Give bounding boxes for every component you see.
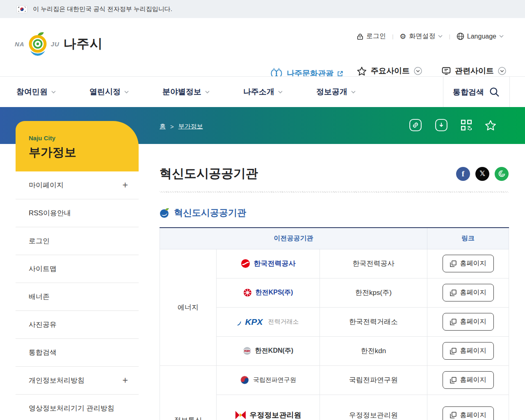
x-share-button[interactable]: 𝕏	[475, 167, 489, 181]
naju-emblem-icon	[26, 31, 49, 57]
copy-window-icon	[450, 348, 457, 354]
copy-window-icon	[450, 319, 457, 325]
homepage-button[interactable]: 홈페이지	[443, 371, 494, 389]
table-header-org: 이전공공기관	[160, 228, 427, 249]
chevron-down-icon	[438, 35, 443, 38]
sidebar-item-label: 통합검색	[29, 348, 57, 357]
logo-text: 한전KDN(주)	[255, 347, 293, 355]
breadcrumb-home-link[interactable]: 홈	[160, 123, 166, 130]
main-content: 혁신도시공공기관 f 𝕏 혁신도시공공기관 이전공공기관 링크 에너지한국전력공…	[160, 162, 509, 420]
nav-item-label: 분야별정보	[162, 87, 201, 97]
unified-search-button[interactable]: 통합검색	[443, 77, 510, 107]
postal-logo-cell: 우정정보관리원	[217, 395, 320, 420]
chevron-down-icon	[51, 91, 56, 94]
sidebar-item-login[interactable]: 로그인	[16, 227, 139, 255]
copy-url-icon[interactable]	[409, 119, 422, 132]
facebook-share-button[interactable]: f	[456, 167, 470, 181]
homepage-button[interactable]: 홈페이지	[443, 313, 494, 331]
logo-city-name: 나주시	[64, 35, 103, 52]
kps-logo-icon	[243, 288, 252, 297]
sidebar-item-photo-share[interactable]: 사진공유	[16, 311, 139, 339]
breadcrumb-current-link[interactable]: 부가정보	[178, 123, 203, 130]
sidebar-item-unified-search[interactable]: 통합검색	[16, 339, 139, 367]
nav-item-label: 나주소개	[243, 87, 274, 97]
sidebar-item-cctv-policy[interactable]: 영상정보처리기기 관리방침	[16, 395, 139, 420]
logo-text: 우정정보관리원	[250, 410, 301, 420]
nav-item-info-by-field[interactable]: 분야별정보	[162, 87, 210, 97]
logo-text: 한국전력공사	[254, 259, 296, 268]
major-sites-link[interactable]: 주요사이트	[357, 66, 422, 76]
homepage-button-label: 홈페이지	[460, 288, 486, 297]
search-icon	[489, 87, 500, 98]
logo-subtext: 전력거래소	[268, 318, 299, 326]
sidebar-item-privacy-policy[interactable]: 개인정보처리방침+	[16, 367, 139, 395]
kdn-logo-cell: Kdn한전KDN(주)	[217, 336, 320, 365]
display-settings-link[interactable]: ⚙ 화면설정	[399, 32, 443, 41]
nav-item-label: 참여민원	[16, 87, 48, 97]
naju-city-logo[interactable]: NA JU 나주시	[15, 31, 103, 57]
gov-banner: 이 누리집은 대한민국 공식 전자정부 누리집입니다.	[0, 0, 525, 18]
link-cell: 홈페이지	[427, 395, 509, 420]
favorite-star-icon[interactable]	[485, 120, 496, 131]
sidebar-item-rss-guide[interactable]: RSS이용안내	[16, 199, 139, 227]
band-icon	[498, 170, 506, 178]
hero-icon-group	[409, 119, 496, 132]
org-table-body: 에너지한국전력공사한국전력공사홈페이지한전KPS(주)한전kps(주)홈페이지K…	[160, 249, 509, 420]
table-header-link: 링크	[427, 228, 509, 249]
sidebar-item-banner-zone[interactable]: 배너존	[16, 283, 139, 311]
kpx-logo-cell: KPX전력거래소	[217, 307, 320, 336]
org-table-wrap: 이전공공기관 링크 에너지한국전력공사한국전력공사홈페이지한전KPS(주)한전k…	[160, 227, 509, 420]
language-label: Language	[467, 33, 496, 40]
org-name-cell: 한전kdn	[320, 336, 427, 365]
homepage-button-label: 홈페이지	[460, 376, 486, 384]
chevron-down-icon	[278, 91, 283, 94]
link-cell: 홈페이지	[427, 365, 509, 395]
breadcrumb: 홈 > 부가정보	[160, 123, 203, 130]
chevron-down-icon	[124, 91, 129, 94]
related-sites-label: 관련사이트	[455, 66, 494, 76]
table-row: 에너지한국전력공사한국전력공사홈페이지	[160, 249, 509, 278]
homepage-button[interactable]: 홈페이지	[443, 255, 494, 272]
naju-symbol-icon	[160, 208, 170, 218]
language-link[interactable]: Language	[457, 32, 504, 40]
org-name-cell: 우정정보관리원	[320, 395, 427, 420]
separator: |	[392, 33, 393, 39]
link-cell: 홈페이지	[427, 278, 509, 307]
category-cell: 에너지	[160, 249, 217, 365]
login-link[interactable]: 로그인	[357, 32, 386, 41]
nav-item-participation[interactable]: 참여민원	[16, 87, 56, 97]
category-cell: 정보통신	[160, 365, 217, 420]
org-name-cell: 한국전력공사	[320, 249, 427, 278]
section-title: 혁신도시공공기관	[174, 207, 246, 219]
nav-item-info-disclosure[interactable]: 정보공개	[316, 87, 356, 97]
page-title: 혁신도시공공기관	[160, 165, 258, 182]
homepage-button[interactable]: 홈페이지	[443, 406, 494, 420]
sidebar-menu: 마이페이지+RSS이용안내로그인사이트맵배너존사진공유통합검색개인정보처리방침+…	[16, 171, 139, 420]
copy-window-icon	[450, 260, 457, 267]
qr-code-icon[interactable]	[461, 119, 472, 131]
sidebar-title: 부가정보	[29, 144, 139, 161]
related-sites-link[interactable]: 관련사이트	[442, 66, 506, 76]
kpx-logo-icon	[237, 317, 241, 326]
nav-item-about-naju[interactable]: 나주소개	[243, 87, 283, 97]
external-link-icon	[337, 71, 343, 77]
download-icon[interactable]	[435, 119, 448, 132]
login-label: 로그인	[366, 32, 386, 41]
separator: |	[449, 33, 450, 39]
homepage-button-label: 홈페이지	[460, 317, 486, 326]
homepage-button[interactable]: 홈페이지	[443, 284, 494, 301]
homepage-button-label: 홈페이지	[460, 347, 486, 355]
nav-item-open-administration[interactable]: 열린시정	[89, 87, 129, 97]
sidebar-item-sitemap[interactable]: 사이트맵	[16, 255, 139, 283]
rra-logo-icon	[240, 375, 249, 385]
sidebar-item-label: RSS이용안내	[29, 208, 71, 218]
homepage-button[interactable]: 홈페이지	[443, 342, 494, 360]
link-cell: 홈페이지	[427, 336, 509, 365]
svg-text:Kdn: Kdn	[244, 349, 250, 353]
sidebar-item-mypage[interactable]: 마이페이지+	[16, 171, 139, 199]
link-cell: 홈페이지	[427, 249, 509, 278]
band-share-button[interactable]	[495, 167, 509, 181]
postal-logo-icon	[235, 411, 246, 420]
expand-plus-icon[interactable]: +	[123, 180, 128, 190]
expand-plus-icon[interactable]: +	[123, 376, 128, 385]
